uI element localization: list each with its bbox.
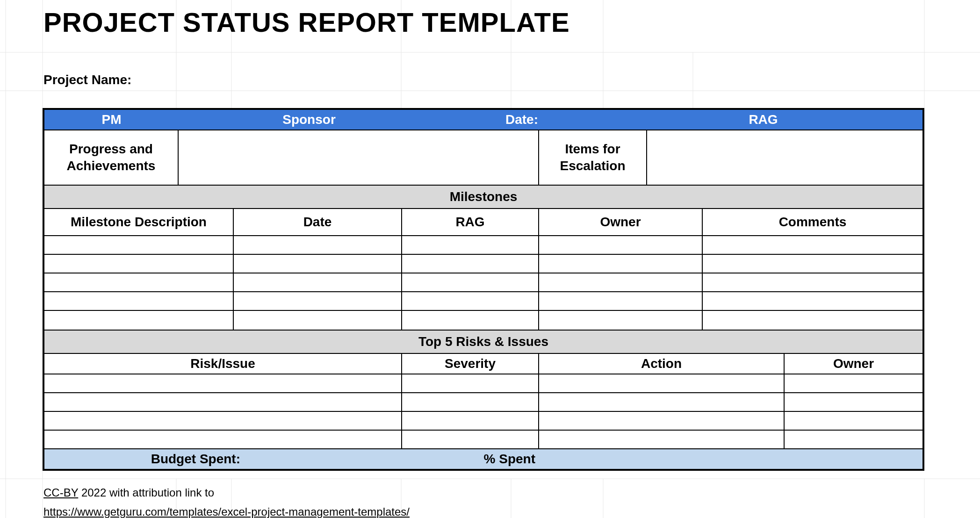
header-sponsor: Sponsor (179, 110, 440, 130)
progress-row: Progress and Achievements Items for Esca… (44, 130, 922, 185)
progress-achievements-label: Progress and Achievements (44, 130, 179, 185)
milestone-row[interactable] (44, 255, 922, 273)
milestones-header-rag: RAG (402, 209, 539, 235)
header-date: Date: (440, 110, 604, 130)
escalation-label: Items for Escalation (539, 130, 647, 185)
risk-row[interactable] (44, 393, 922, 412)
budget-row: Budget Spent: % Spent (44, 449, 922, 469)
header-row: PM Sponsor Date: RAG (44, 110, 922, 130)
project-name-label: Project Name: (43, 72, 131, 87)
risk-row[interactable] (44, 412, 922, 431)
risks-header-severity: Severity (402, 354, 539, 374)
milestones-header-comments: Comments (703, 209, 922, 235)
header-rag: RAG (604, 110, 922, 130)
risks-header-action: Action (539, 354, 785, 374)
header-pm: PM (44, 110, 179, 130)
ccby-link[interactable]: CC-BY (43, 486, 78, 499)
budget-spent-label: Budget Spent: (44, 449, 244, 469)
risks-header-owner: Owner (785, 354, 922, 374)
milestone-row[interactable] (44, 292, 922, 311)
risks-header-issue: Risk/Issue (44, 354, 402, 374)
progress-achievements-value[interactable] (179, 130, 539, 185)
milestones-banner: Milestones (44, 185, 922, 209)
document-title: PROJECT STATUS REPORT TEMPLATE (43, 7, 570, 38)
budget-percent-label: % Spent (402, 449, 539, 469)
report-table: PM Sponsor Date: RAG Progress and Achiev… (43, 108, 924, 471)
risks-body (44, 374, 922, 449)
attribution-url[interactable]: https://www.getguru.com/templates/excel-… (43, 505, 410, 518)
milestones-header-row: Milestone Description Date RAG Owner Com… (44, 209, 922, 236)
milestones-header-description: Milestone Description (44, 209, 234, 235)
attribution-rest: 2022 with attribution link to (78, 486, 214, 499)
milestone-row[interactable] (44, 273, 922, 292)
risks-header-row: Risk/Issue Severity Action Owner (44, 354, 922, 374)
milestones-body (44, 236, 922, 330)
milestone-row[interactable] (44, 311, 922, 330)
risk-row[interactable] (44, 431, 922, 449)
risks-banner: Top 5 Risks & Issues (44, 330, 922, 354)
budget-spent-value[interactable] (244, 449, 402, 469)
milestones-header-date: Date (234, 209, 402, 235)
milestone-row[interactable] (44, 236, 922, 255)
milestones-header-owner: Owner (539, 209, 703, 235)
risk-row[interactable] (44, 374, 922, 393)
budget-percent-value[interactable] (539, 449, 922, 469)
spreadsheet-sheet: PROJECT STATUS REPORT TEMPLATE Project N… (0, 0, 980, 518)
attribution-text: CC-BY 2022 with attribution link to http… (43, 483, 410, 518)
escalation-value[interactable] (647, 130, 922, 185)
